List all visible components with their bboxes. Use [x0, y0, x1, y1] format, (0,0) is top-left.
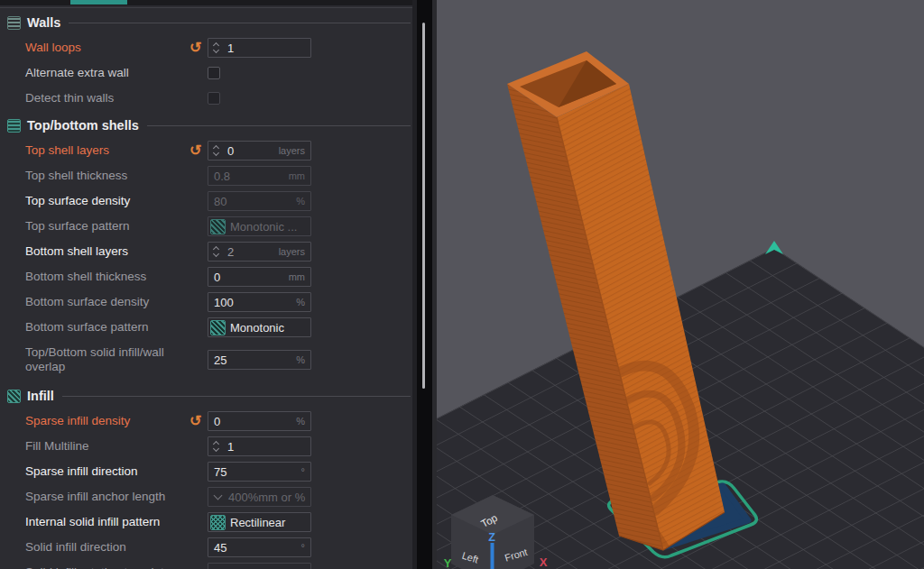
sparse-infill-anchor-length-value: 400%mm or %: [228, 491, 305, 504]
solid-infill-direction-unit: °: [298, 542, 305, 553]
wall-loops-field[interactable]: 1: [208, 38, 311, 58]
sparse-infill-anchor-length-label: Sparse infill anchor length: [25, 490, 192, 504]
row-top-surface-density: Top surface density80%: [0, 188, 412, 214]
bottom-shell-layers-label: Bottom shell layers: [25, 244, 192, 259]
bottom-surface-pattern-value: Monotonic: [230, 321, 284, 335]
section-title: Infill: [27, 389, 54, 403]
section-header-walls: Walls: [0, 10, 412, 35]
active-tab-indicator[interactable]: [70, 0, 127, 5]
axis-label-z: Z: [488, 531, 495, 544]
walls-section-icon: [7, 16, 21, 30]
sparse-infill-density-label: Sparse infill density: [25, 414, 192, 428]
fill-multiline-value: 1: [227, 440, 234, 454]
top-bottom-solid-infill-wall-overlap-value: 25: [214, 353, 226, 367]
section-header-infill: Infill: [0, 383, 412, 408]
top-surface-pattern-field[interactable]: Monotonic ...: [208, 216, 311, 236]
top-shell-thickness-value: 0.8: [214, 170, 230, 183]
sparse-infill-density-value: 0: [214, 415, 220, 428]
row-sparse-infill-direction: Sparse infill direction75°: [0, 459, 412, 484]
row-bottom-surface-pattern: Bottom surface patternMonotonic: [0, 315, 412, 340]
bottom-surface-pattern-field[interactable]: Monotonic: [208, 317, 311, 337]
detect-thin-walls-checkbox[interactable]: [208, 92, 220, 105]
rectilinear-pattern-icon: [210, 515, 226, 530]
row-fill-multiline: Fill Multiline1: [0, 434, 412, 459]
chevron-down-icon: [214, 491, 223, 500]
spinner-control[interactable]: [214, 146, 221, 155]
row-top-bottom-solid-infill-wall-overlap: Top/Bottom solid infill/wall overlap25%: [0, 340, 412, 380]
sparse-infill-direction-field[interactable]: 75°: [208, 462, 311, 482]
sparse-infill-anchor-length-field[interactable]: 400%mm or %: [208, 487, 311, 507]
bottom-surface-density-value: 100: [214, 296, 234, 309]
top-shell-thickness-unit: mm: [285, 170, 305, 181]
alternate-extra-wall-checkbox[interactable]: [208, 67, 220, 79]
row-solid-infill-rotation-template: Solid infill rotation template°: [0, 560, 412, 569]
section-title: Walls: [27, 15, 60, 30]
row-bottom-shell-layers: Bottom shell layers2layers: [0, 239, 412, 264]
solid-infill-direction-field[interactable]: 45°: [208, 537, 311, 557]
section-header-top-bottom-shells: Top/bottom shells: [0, 113, 412, 138]
sparse-infill-direction-label: Sparse infill direction: [25, 464, 192, 479]
sparse-infill-direction-unit: °: [298, 466, 305, 477]
row-top-shell-thickness: Top shell thickness0.8mm: [0, 163, 412, 188]
sparse-infill-direction-value: 75: [214, 465, 226, 479]
fill-multiline-label: Fill Multiline: [25, 439, 192, 454]
row-sparse-infill-anchor-length: Sparse infill anchor length400%mm or %: [0, 484, 412, 509]
row-top-surface-pattern: Top surface patternMonotonic ...: [0, 214, 412, 239]
monotonic-pattern-icon: [210, 219, 226, 234]
internal-solid-infill-pattern-value: Rectilinear: [230, 516, 285, 529]
axis-label-x: X: [540, 555, 548, 569]
settings-panel: WallsWall loops1Alternate extra wallDete…: [0, 0, 412, 569]
bottom-shell-thickness-field[interactable]: 0mm: [208, 267, 311, 287]
spinner-control[interactable]: [214, 43, 221, 52]
row-top-shell-layers: Top shell layers0layers: [0, 138, 412, 163]
divider: [69, 23, 411, 23]
section-title: Top/bottom shells: [27, 118, 139, 133]
viewport-canvas[interactable]: Top Z Left Front Y X: [437, 0, 924, 569]
reset-icon[interactable]: [189, 143, 201, 158]
infill-section-icon: [7, 390, 21, 403]
spinner-control[interactable]: [214, 442, 221, 451]
top-shell-thickness-field[interactable]: 0.8mm: [208, 166, 311, 186]
monotonic-pattern-icon: [210, 320, 226, 335]
top-surface-density-unit: %: [292, 196, 305, 206]
top-shell-thickness-label: Top shell thickness: [25, 169, 192, 183]
reset-icon[interactable]: [189, 414, 201, 428]
fill-multiline-field[interactable]: 1: [208, 436, 311, 456]
row-bottom-shell-thickness: Bottom shell thickness0mm: [0, 264, 412, 289]
row-bottom-surface-density: Bottom surface density100%: [0, 289, 412, 315]
tab-strip: [0, 0, 412, 5]
sparse-infill-density-field[interactable]: 0%: [208, 411, 311, 431]
top-surface-density-value: 80: [214, 195, 226, 208]
spinner-control[interactable]: [214, 247, 221, 256]
bottom-surface-density-unit: %: [292, 297, 305, 307]
row-wall-loops: Wall loops1: [0, 35, 412, 60]
bottom-shell-layers-field[interactable]: 2layers: [208, 242, 311, 262]
top-shell-layers-field[interactable]: 0layers: [208, 141, 311, 161]
settings-rows: WallsWall loops1Alternate extra wallDete…: [0, 8, 412, 569]
bottom-shell-layers-unit: layers: [275, 246, 305, 257]
panel-scrollbar-thumb[interactable]: [422, 23, 425, 389]
wall-loops-value: 1: [227, 41, 234, 55]
bottom-surface-density-field[interactable]: 100%: [208, 292, 311, 312]
top-bottom-shells-section-icon: [7, 119, 21, 133]
top-shell-layers-value: 0: [227, 144, 234, 158]
divider: [62, 396, 411, 397]
top-surface-density-label: Top surface density: [25, 194, 192, 208]
divider: [147, 125, 411, 126]
bottom-shell-layers-value: 2: [227, 245, 234, 259]
solid-infill-direction-label: Solid infill direction: [25, 540, 192, 555]
top-bottom-solid-infill-wall-overlap-label: Top/Bottom solid infill/wall overlap: [25, 345, 192, 375]
top-shell-layers-label: Top shell layers: [25, 143, 192, 158]
panel-scrollbar-track[interactable]: [412, 0, 437, 569]
solid-infill-rotation-template-label: Solid infill rotation template: [25, 565, 192, 569]
axis-label-y: Y: [444, 556, 452, 569]
solid-infill-rotation-template-field[interactable]: °: [208, 563, 311, 569]
row-sparse-infill-density: Sparse infill density0%: [0, 408, 412, 434]
detect-thin-walls-label: Detect thin walls: [25, 91, 192, 106]
reset-icon[interactable]: [189, 41, 201, 55]
internal-solid-infill-pattern-field[interactable]: Rectilinear: [208, 512, 311, 532]
top-bottom-solid-infill-wall-overlap-field[interactable]: 25%: [208, 350, 311, 370]
row-solid-infill-direction: Solid infill direction45°: [0, 535, 412, 560]
top-surface-density-field[interactable]: 80%: [208, 191, 311, 211]
viewport-3d[interactable]: Top Z Left Front Y X: [437, 0, 924, 569]
